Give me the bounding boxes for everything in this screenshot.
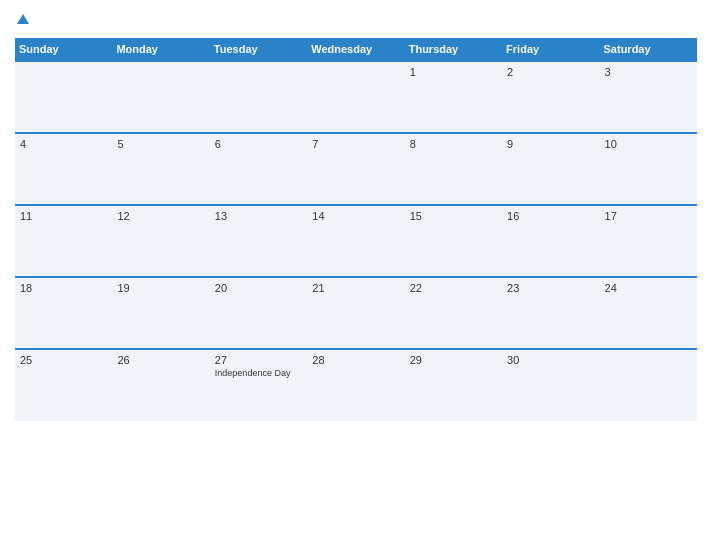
day-number: 6 (215, 138, 302, 150)
calendar-cell: 30 (502, 349, 599, 421)
day-number: 8 (410, 138, 497, 150)
holiday-name: Independence Day (215, 368, 302, 378)
weekday-header-row: SundayMondayTuesdayWednesdayThursdayFrid… (15, 38, 697, 61)
day-number: 17 (605, 210, 692, 222)
calendar-cell: 14 (307, 205, 404, 277)
day-number: 4 (20, 138, 107, 150)
day-number: 18 (20, 282, 107, 294)
day-number: 16 (507, 210, 594, 222)
day-number: 5 (117, 138, 204, 150)
logo-top (15, 10, 29, 28)
calendar-cell: 28 (307, 349, 404, 421)
day-number: 11 (20, 210, 107, 222)
day-number: 13 (215, 210, 302, 222)
calendar-cell: 2 (502, 61, 599, 133)
logo (15, 10, 29, 28)
calendar-cell: 7 (307, 133, 404, 205)
calendar-tbody: 1234567891011121314151617181920212223242… (15, 61, 697, 421)
calendar-cell: 22 (405, 277, 502, 349)
day-number: 30 (507, 354, 594, 366)
calendar-cell: 10 (600, 133, 697, 205)
calendar-cell: 1 (405, 61, 502, 133)
day-number: 3 (605, 66, 692, 78)
day-number: 14 (312, 210, 399, 222)
day-number: 9 (507, 138, 594, 150)
calendar-cell: 11 (15, 205, 112, 277)
calendar-cell: 6 (210, 133, 307, 205)
calendar-cell: 5 (112, 133, 209, 205)
day-number: 2 (507, 66, 594, 78)
calendar-cell: 26 (112, 349, 209, 421)
day-number: 7 (312, 138, 399, 150)
calendar-table: SundayMondayTuesdayWednesdayThursdayFrid… (15, 38, 697, 421)
calendar-cell: 9 (502, 133, 599, 205)
calendar-thead: SundayMondayTuesdayWednesdayThursdayFrid… (15, 38, 697, 61)
calendar-cell: 3 (600, 61, 697, 133)
day-number: 10 (605, 138, 692, 150)
calendar-cell (15, 61, 112, 133)
day-number: 28 (312, 354, 399, 366)
day-number: 22 (410, 282, 497, 294)
day-number: 23 (507, 282, 594, 294)
day-number: 1 (410, 66, 497, 78)
calendar-cell (210, 61, 307, 133)
weekday-header-tuesday: Tuesday (210, 38, 307, 61)
calendar-cell: 21 (307, 277, 404, 349)
calendar-header (15, 10, 697, 28)
calendar-cell: 19 (112, 277, 209, 349)
calendar-cell: 25 (15, 349, 112, 421)
calendar-cell: 27Independence Day (210, 349, 307, 421)
week-row-2: 11121314151617 (15, 205, 697, 277)
calendar-cell: 12 (112, 205, 209, 277)
calendar-cell (112, 61, 209, 133)
calendar-container: SundayMondayTuesdayWednesdayThursdayFrid… (0, 0, 712, 550)
weekday-header-saturday: Saturday (600, 38, 697, 61)
day-number: 29 (410, 354, 497, 366)
week-row-3: 18192021222324 (15, 277, 697, 349)
week-row-4: 252627Independence Day282930 (15, 349, 697, 421)
calendar-cell: 16 (502, 205, 599, 277)
weekday-header-thursday: Thursday (405, 38, 502, 61)
week-row-0: 123 (15, 61, 697, 133)
calendar-cell (307, 61, 404, 133)
calendar-cell: 24 (600, 277, 697, 349)
day-number: 21 (312, 282, 399, 294)
day-number: 20 (215, 282, 302, 294)
calendar-cell: 17 (600, 205, 697, 277)
day-number: 25 (20, 354, 107, 366)
day-number: 27 (215, 354, 302, 366)
calendar-cell: 18 (15, 277, 112, 349)
calendar-cell: 13 (210, 205, 307, 277)
logo-triangle-icon (17, 14, 29, 24)
calendar-cell: 23 (502, 277, 599, 349)
day-number: 12 (117, 210, 204, 222)
day-number: 19 (117, 282, 204, 294)
calendar-cell (600, 349, 697, 421)
weekday-header-wednesday: Wednesday (307, 38, 404, 61)
weekday-header-friday: Friday (502, 38, 599, 61)
weekday-header-monday: Monday (112, 38, 209, 61)
calendar-cell: 15 (405, 205, 502, 277)
day-number: 24 (605, 282, 692, 294)
day-number: 15 (410, 210, 497, 222)
week-row-1: 45678910 (15, 133, 697, 205)
calendar-cell: 4 (15, 133, 112, 205)
calendar-cell: 8 (405, 133, 502, 205)
calendar-cell: 20 (210, 277, 307, 349)
day-number: 26 (117, 354, 204, 366)
weekday-header-sunday: Sunday (15, 38, 112, 61)
calendar-cell: 29 (405, 349, 502, 421)
